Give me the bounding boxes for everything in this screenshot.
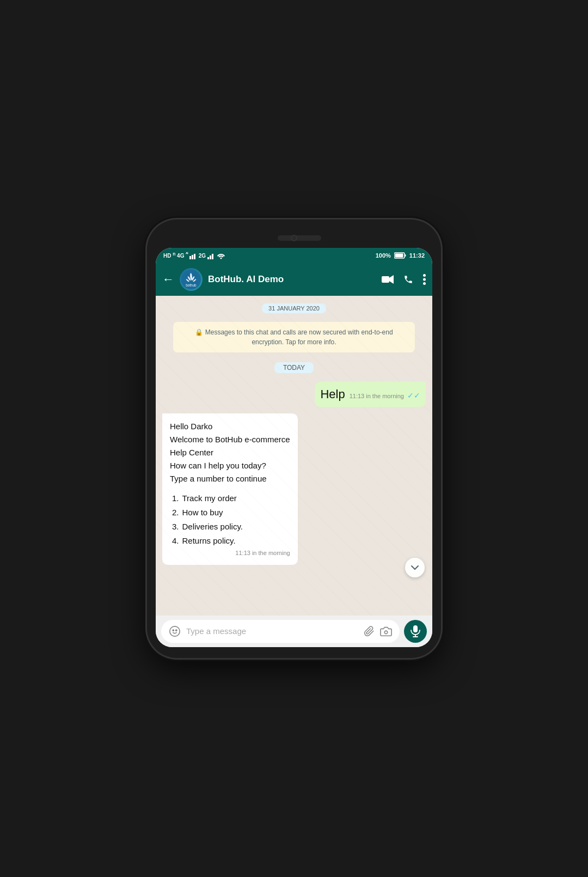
bot-line3: How can I help you today? bbox=[170, 459, 290, 472]
menu-item-4: 4. Returns policy. bbox=[172, 534, 290, 547]
sent-help-meta: 11:13 in the morning ✓✓ bbox=[350, 391, 420, 401]
svg-rect-2 bbox=[194, 254, 195, 259]
chevron-down-icon bbox=[411, 563, 419, 572]
svg-rect-4 bbox=[210, 255, 211, 259]
contact-name[interactable]: BotHub. AI Demo bbox=[208, 274, 376, 285]
attach-icon[interactable] bbox=[364, 626, 375, 637]
back-button[interactable]: ← bbox=[162, 272, 174, 287]
message-placeholder[interactable]: Type a message bbox=[186, 626, 358, 636]
status-left: HD n 4G ᴬᴵ 2G bbox=[163, 251, 225, 260]
svg-point-6 bbox=[220, 258, 222, 259]
menu-text-3: Deliveries policy. bbox=[182, 520, 243, 533]
phone-frame: HD n 4G ᴬᴵ 2G 100% 11:32 ← bbox=[147, 220, 441, 658]
bot-line4: Type a number to continue bbox=[170, 472, 290, 485]
avatar[interactable]: bothub bbox=[180, 268, 203, 291]
bot-time: 11:13 in the morning bbox=[235, 549, 290, 558]
wa-header: ← bothub BotHub. AI Demo bbox=[156, 263, 432, 296]
sent-bubble-help: Help 11:13 in the morning ✓✓ bbox=[315, 382, 426, 407]
svg-point-22 bbox=[170, 626, 180, 636]
security-notice[interactable]: 🔒 Messages to this chat and calls are no… bbox=[173, 322, 415, 352]
svg-point-23 bbox=[173, 630, 174, 631]
status-right: 100% 11:32 bbox=[376, 252, 425, 259]
battery-icon bbox=[394, 252, 406, 259]
svg-marker-18 bbox=[389, 275, 394, 284]
bot-line1: Welcome to BotHub e-commerce bbox=[170, 433, 290, 446]
mic-button[interactable] bbox=[404, 620, 427, 643]
menu-num-3: 3. bbox=[172, 520, 179, 533]
speaker bbox=[278, 235, 321, 241]
date-badge: 31 JANUARY 2020 bbox=[262, 303, 326, 313]
emoji-icon[interactable] bbox=[169, 625, 181, 637]
security-text: Messages to this chat and calls are now … bbox=[205, 328, 393, 346]
sent-help-content: Help 11:13 in the morning ✓✓ bbox=[320, 386, 420, 403]
header-info: BotHub. AI Demo bbox=[208, 274, 376, 285]
input-bar: Type a message bbox=[156, 616, 432, 647]
svg-point-19 bbox=[423, 274, 426, 277]
screen: HD n 4G ᴬᴵ 2G 100% 11:32 ← bbox=[156, 248, 432, 647]
svg-text:bothub: bothub bbox=[186, 283, 197, 287]
bot-menu-list: 1. Track my order 2. How to buy 3. Deliv… bbox=[170, 492, 290, 547]
svg-rect-0 bbox=[189, 256, 191, 259]
menu-text-2: How to buy bbox=[182, 506, 223, 519]
sent-help-text: Help bbox=[320, 386, 345, 403]
svg-rect-1 bbox=[192, 255, 193, 259]
bot-bubble: Hello Darko Welcome to BotHub e-commerce… bbox=[162, 413, 298, 565]
svg-rect-3 bbox=[207, 257, 209, 259]
svg-rect-9 bbox=[405, 254, 406, 257]
status-icons: HD n 4G ᴬᴵ 2G bbox=[163, 251, 225, 260]
menu-item-3: 3. Deliveries policy. bbox=[172, 520, 290, 533]
menu-text-4: Returns policy. bbox=[182, 534, 236, 547]
camera-icon[interactable] bbox=[380, 626, 392, 637]
menu-item-2: 2. How to buy bbox=[172, 506, 290, 519]
svg-point-24 bbox=[176, 630, 177, 631]
sent-time: 11:13 in the morning bbox=[350, 393, 404, 399]
lock-icon: 🔒 bbox=[195, 328, 203, 336]
scroll-down-button[interactable] bbox=[405, 558, 425, 577]
date-divider: 31 JANUARY 2020 bbox=[162, 303, 426, 313]
status-time: 11:32 bbox=[409, 252, 425, 259]
sent-ticks: ✓✓ bbox=[407, 391, 420, 400]
svg-rect-8 bbox=[395, 253, 403, 257]
menu-num-1: 1. bbox=[172, 492, 179, 505]
bot-greeting: Hello Darko bbox=[170, 420, 290, 433]
menu-num-4: 4. bbox=[172, 534, 179, 547]
bothub-logo-svg: bothub bbox=[181, 270, 201, 289]
received-message-row: Hello Darko Welcome to BotHub e-commerce… bbox=[162, 413, 426, 565]
svg-point-20 bbox=[423, 278, 426, 281]
menu-text-1: Track my order bbox=[182, 492, 237, 505]
phone-call-icon[interactable] bbox=[403, 275, 413, 284]
camera bbox=[291, 235, 297, 241]
menu-item-1: 1. Track my order bbox=[172, 492, 290, 505]
menu-num-2: 2. bbox=[172, 506, 179, 519]
svg-point-25 bbox=[384, 631, 388, 634]
svg-rect-26 bbox=[413, 625, 418, 632]
video-call-icon[interactable] bbox=[382, 275, 394, 284]
svg-rect-5 bbox=[212, 254, 213, 259]
chat-area: 31 JANUARY 2020 🔒 Messages to this chat … bbox=[156, 296, 432, 616]
mic-icon bbox=[411, 625, 420, 637]
more-options-icon[interactable] bbox=[423, 274, 426, 285]
header-actions bbox=[382, 274, 426, 285]
phone-top bbox=[156, 230, 432, 246]
message-input-field[interactable]: Type a message bbox=[161, 620, 400, 643]
today-divider: TODAY bbox=[162, 362, 426, 373]
bot-meta: 11:13 in the morning bbox=[170, 549, 290, 558]
status-bar: HD n 4G ᴬᴵ 2G 100% 11:32 bbox=[156, 248, 432, 263]
bot-line2: Help Center bbox=[170, 446, 290, 459]
today-badge: TODAY bbox=[274, 362, 314, 373]
svg-point-21 bbox=[423, 282, 426, 285]
sent-message-row: Help 11:13 in the morning ✓✓ bbox=[162, 382, 426, 407]
battery-level: 100% bbox=[376, 252, 391, 259]
svg-rect-17 bbox=[382, 276, 389, 283]
